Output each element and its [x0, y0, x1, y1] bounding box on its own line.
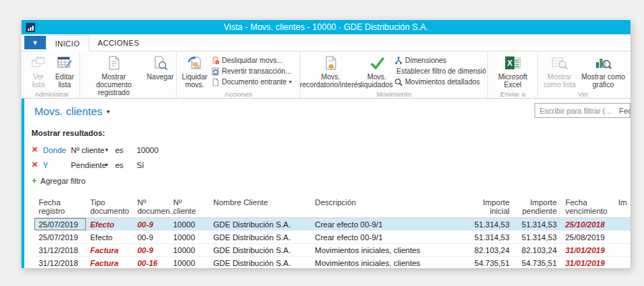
mostrar-como-lista-button[interactable]: Mostrar como lista [540, 54, 580, 90]
cell-extra[interactable] [614, 257, 630, 269]
cell-fecha-vencimiento[interactable]: 25/10/2018 [561, 218, 614, 231]
revertir-transaccion-button[interactable]: Revertir transacción... [211, 66, 292, 77]
movimientos-detallados-button[interactable]: Movimientos detallados [394, 77, 486, 87]
cell-importe-inicial[interactable]: 82.103,24 [465, 244, 514, 257]
cell-num-cliente[interactable]: 10000 [169, 244, 209, 257]
cell-nombre-cliente[interactable]: GDE Distribución S.A. [209, 244, 311, 257]
mostrar-documento-registrado-button[interactable]: Mostrar documento registrado [82, 54, 146, 98]
navegar-button[interactable]: Navegar [146, 54, 175, 82]
table-row[interactable]: 31/12/2018 Factura 00-9 10000 GDE Distri… [34, 244, 630, 257]
cell-extra[interactable] [614, 231, 630, 244]
cell-extra[interactable] [614, 218, 630, 231]
col-extra[interactable]: Im [614, 197, 630, 218]
filter-scope-selector[interactable]: Fecha [615, 107, 630, 115]
cell-num-documento[interactable]: 00-9 [133, 231, 169, 244]
table-row[interactable]: 31/12/2018 Factura 00-16 10000 GDE Distr… [34, 257, 630, 269]
cell-fecha-registro[interactable]: 31/12/2018 [34, 244, 86, 257]
excel-icon: X [504, 55, 522, 71]
movs-liquidados-button[interactable]: Movs. liquidados [359, 54, 394, 90]
tab-acciones[interactable]: ACCIONES [89, 34, 148, 51]
col-num-documento[interactable]: Nº documen... [133, 197, 169, 218]
remove-filter-icon[interactable]: ✕ [31, 160, 43, 169]
add-filter-button[interactable]: + Agregar filtro [31, 175, 630, 186]
cell-importe-inicial[interactable]: 51.314,53 [465, 218, 514, 231]
cell-fecha-vencimiento[interactable]: 31/01/2019 [561, 257, 614, 269]
col-num-cliente[interactable]: Nº cliente [169, 197, 209, 218]
cell-num-documento[interactable]: 00-9 [133, 244, 169, 257]
magnifier-icon [394, 78, 403, 87]
table-header-row: Fecha registro Tipo documento Nº documen… [34, 197, 630, 218]
cell-nombre-cliente[interactable]: GDE Distribución S.A. [209, 231, 311, 244]
cell-nombre-cliente[interactable]: GDE Distribución S.A. [209, 257, 311, 269]
cell-tipo-documento[interactable]: Factura [86, 257, 133, 269]
table-row[interactable]: 25/07/2019 Efecto 00-9 10000 GDE Distrib… [34, 218, 630, 231]
check-icon [369, 55, 385, 71]
col-nombre-cliente[interactable]: Nombre Cliente [209, 197, 311, 218]
chevron-down-icon[interactable]: ▾ [105, 162, 115, 168]
cell-fecha-registro[interactable]: 25/07/2019 [34, 218, 86, 231]
group-label-administrar: Administrar [26, 90, 78, 99]
microsoft-excel-button[interactable]: X Microsoft Excel [492, 54, 534, 90]
cell-num-cliente[interactable]: 10000 [169, 257, 209, 269]
cell-tipo-documento[interactable]: Efecto [86, 218, 133, 231]
cell-fecha-vencimiento[interactable]: 31/01/2019 [561, 244, 614, 257]
filter-placeholder: Escribir para filtrar (... [535, 107, 615, 115]
filter-field-select[interactable]: Nº cliente [71, 146, 105, 154]
col-importe-inicial[interactable]: Importe inicial [465, 197, 514, 218]
cell-importe-inicial[interactable]: 51.314,53 [465, 231, 514, 244]
mostrar-como-grafico-button[interactable]: Mostrar como gráfico [580, 54, 627, 90]
chevron-down-icon[interactable]: ▾ [105, 147, 115, 153]
filter-connector[interactable]: Y [43, 161, 71, 169]
page-title[interactable]: Movs. clientes▾ [34, 105, 110, 117]
filter-value-input[interactable]: 10000 [137, 146, 159, 154]
cell-num-documento[interactable]: 00-16 [133, 257, 169, 269]
ver-lista-button[interactable]: Ver lista [26, 54, 52, 90]
liquidar-movs-button[interactable]: Liquidar movs. [178, 54, 211, 90]
dimensiones-button[interactable]: Dimensiones [394, 55, 486, 66]
view-list-icon [31, 55, 47, 71]
table-row[interactable]: 25/07/2019 Efecto 00-9 10000 GDE Distrib… [34, 231, 630, 244]
cell-importe-pendiente[interactable]: 51.314,53 [514, 218, 561, 231]
filter-pane: Mostrar resultados: ✕ Donde Nº cliente ▾… [24, 123, 630, 186]
window-title: Vista - Movs. clientes - 10000 · GDE Dis… [21, 22, 630, 32]
establecer-filtro-dimension-button[interactable]: Establecer filtro de dimensión... [394, 66, 486, 77]
cell-extra[interactable] [614, 244, 630, 257]
col-descripcion[interactable]: Descripción [311, 197, 465, 218]
cell-tipo-documento[interactable]: Factura [86, 244, 133, 257]
cell-fecha-registro[interactable]: 25/07/2019 [34, 231, 86, 244]
cell-importe-pendiente[interactable]: 51.314,53 [514, 231, 561, 244]
movs-recordatorio-button[interactable]: Movs. recordatorio/interés [302, 54, 359, 90]
cell-descripcion[interactable]: Crear efecto 00-9/1 [311, 218, 465, 231]
editar-lista-button[interactable]: Editar lista [52, 54, 78, 90]
col-importe-pendiente[interactable]: Importe pendiente [514, 197, 561, 218]
cell-num-documento[interactable]: 00-9 [133, 218, 169, 231]
app-menu-button[interactable]: ▼ [24, 36, 46, 49]
filter-value-input[interactable]: Sí [137, 161, 144, 169]
ribbon-group-enviar: X Microsoft Excel Enviar a [488, 51, 538, 98]
cell-fecha-registro[interactable]: 31/12/2018 [34, 257, 86, 269]
cell-tipo-documento[interactable]: Efecto [86, 231, 133, 244]
cell-importe-pendiente[interactable]: 54.735,51 [514, 257, 561, 269]
cell-importe-inicial[interactable]: 54.735,51 [465, 257, 514, 269]
cell-descripcion[interactable]: Crear efecto 00-9/1 [311, 231, 465, 244]
col-fecha-registro[interactable]: Fecha registro [34, 197, 86, 218]
entries-table: Fecha registro Tipo documento Nº documen… [34, 197, 630, 268]
cell-num-cliente[interactable]: 10000 [169, 231, 209, 244]
cell-nombre-cliente[interactable]: GDE Distribución S.A. [209, 218, 311, 231]
filter-connector[interactable]: Donde [43, 146, 71, 154]
remove-filter-icon[interactable]: ✕ [31, 145, 43, 154]
group-label-acciones: Acciones [178, 90, 298, 99]
filter-field-select[interactable]: Pendiente [71, 161, 105, 169]
tab-inicio[interactable]: INICIO [46, 35, 89, 51]
cell-fecha-vencimiento[interactable]: 25/08/2019 [561, 231, 614, 244]
documento-entrante-button[interactable]: Documento entrante ▾ [211, 77, 292, 87]
col-fecha-vencimiento[interactable]: Fecha vencimiento [561, 197, 614, 218]
cell-descripcion[interactable]: Movimientos iniciales, clientes [311, 244, 465, 257]
desliquidar-movs-button[interactable]: Desliquidar movs... [211, 55, 292, 66]
cell-num-cliente[interactable]: 10000 [169, 218, 209, 231]
quick-filter-input[interactable]: Escribir para filtrar (... Fecha [535, 103, 630, 118]
cell-importe-pendiente[interactable]: 82.103,24 [514, 244, 561, 257]
cell-descripcion[interactable]: Movimientos iniciales, clientes [311, 257, 465, 269]
col-tipo-documento[interactable]: Tipo documento [86, 197, 133, 218]
chevron-down-icon: ▾ [289, 79, 292, 85]
